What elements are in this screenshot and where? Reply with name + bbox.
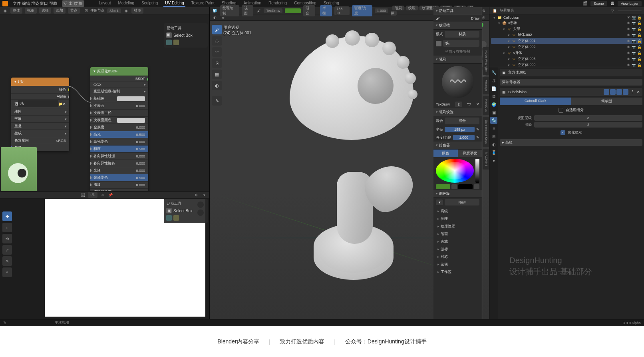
bsdf-高光染色[interactable]: 高光染色0.000 xyxy=(90,138,148,145)
select-box-icon[interactable]: ▣ xyxy=(166,32,172,38)
outliner-item-头部[interactable]: ▾▽头部👁📷🔒 xyxy=(491,26,642,32)
workspace-tab-sculpting[interactable]: Sculpting xyxy=(140,0,159,7)
image-open-icon[interactable]: 📁 xyxy=(58,102,63,106)
value-slider[interactable] xyxy=(475,159,479,183)
outliner-item-球体.002[interactable]: ▾▽球体.002👁📷🔒 xyxy=(491,32,642,38)
shader-mode[interactable]: 物体 xyxy=(10,8,22,14)
palette-browse[interactable]: ▾ xyxy=(436,199,443,205)
bsdf-金属度[interactable]: 金属度0.000 xyxy=(90,124,148,131)
workspace-tab-modeling[interactable]: Modeling xyxy=(117,0,136,7)
side-tab-node-wrangler[interactable]: Node Wrangler xyxy=(483,47,489,75)
props-tab-11[interactable]: ● xyxy=(490,157,497,164)
modifier-header[interactable]: ▦ Subdivision ⋮ ✕ xyxy=(500,88,642,96)
props-breadcrumb[interactable]: ▣ 立方体.001 xyxy=(500,69,642,76)
subdiv-simple-tab[interactable]: 简单型 xyxy=(571,98,643,105)
image-node-平展[interactable]: 平展 xyxy=(11,115,69,122)
secondary-color-swatch[interactable] xyxy=(458,184,473,189)
uv-select-box-icon[interactable]: ▣ xyxy=(166,208,172,213)
brush-preset-name[interactable]: TexDraw xyxy=(436,102,450,106)
uv-pin-icon[interactable]: 📌 xyxy=(108,192,113,198)
xray-icon[interactable]: ◈ xyxy=(220,15,226,20)
np-section-纹理[interactable]: 纹理 xyxy=(433,215,482,223)
view-menu[interactable]: 视图 xyxy=(242,5,254,16)
side-tab-arrange[interactable]: Arrange xyxy=(483,77,489,94)
bsdf-subsurf-method[interactable]: 克里斯坦森-伯利 xyxy=(90,88,148,95)
render-level-field[interactable]: 2 xyxy=(534,122,642,128)
bsdf-高光[interactable]: 高光0.500 xyxy=(90,131,148,138)
modifier-menu-icon[interactable]: ⋮ xyxy=(631,90,634,94)
side-tab-screencast-keys[interactable]: Screencast Keys xyxy=(483,117,489,147)
mod-show-render-icon[interactable] xyxy=(623,89,628,95)
filter-icon[interactable]: ▽ xyxy=(610,8,615,14)
image-node-重复[interactable]: 重复 xyxy=(11,122,69,130)
np-active-tool-header[interactable]: 活动工具 xyxy=(433,7,482,15)
workspace-tab-rendering[interactable]: Rendering xyxy=(267,0,288,7)
bsdf-基础色[interactable]: 基础色 xyxy=(90,95,148,102)
menu-渲染[interactable]: 渲染 xyxy=(31,1,39,6)
shader-view-menu[interactable]: 视图 xyxy=(25,8,37,14)
tool-annotate[interactable]: ✎ xyxy=(212,96,222,106)
outliner-item-立方体.001[interactable]: ▾▽立方体.001👁📷🔒 xyxy=(491,38,642,44)
tool-soften[interactable]: ◌ xyxy=(212,36,222,46)
picker-color-tab[interactable]: 颜色 xyxy=(433,150,458,157)
bsdf-次表面[interactable]: 次表面0.000 xyxy=(90,102,148,109)
pressure-radius-icon[interactable]: ✎ xyxy=(476,128,479,132)
tool-fill[interactable]: ▦ xyxy=(212,70,222,79)
props-tab-1[interactable]: 🖨 xyxy=(490,77,497,84)
bsdf-光泽染色[interactable]: 光泽染色0.500 xyxy=(90,174,148,181)
bsdf-各向异性过滤[interactable]: 各向异性过滤0.000 xyxy=(90,152,148,160)
add-modifier-btn[interactable]: 添加修改器 xyxy=(500,79,642,86)
uv-tool-sample[interactable]: ⌖ xyxy=(2,267,12,277)
menu-编辑[interactable]: 编辑 xyxy=(22,1,30,6)
picker-gradient-tab[interactable]: 梯度渐变 xyxy=(458,150,482,157)
menu-帮助[interactable]: 帮助 xyxy=(49,1,57,6)
subdiv-catmull-tab[interactable]: Catmull-Clark xyxy=(500,98,571,105)
outliner-item-Collection[interactable]: ▾📁Collection👁📷🔒 xyxy=(491,15,642,20)
outliner-search[interactable] xyxy=(618,10,642,11)
adaptive-checkbox[interactable] xyxy=(559,108,563,113)
image-node-线性[interactable]: 线性 xyxy=(11,108,69,115)
np-brush-settings-header[interactable]: 笔刷设置 xyxy=(433,108,482,116)
tool-icon-1[interactable] xyxy=(166,40,172,45)
np-radius-field[interactable]: 188 px xyxy=(445,127,475,132)
uv-image-name[interactable]: t头 xyxy=(88,192,97,198)
np-picker-header[interactable]: 拾色器 xyxy=(433,142,482,150)
color-wheel[interactable] xyxy=(436,159,474,183)
props-tab-8[interactable]: ⊞ xyxy=(490,133,497,140)
bsdf-distribution[interactable]: GGX xyxy=(90,82,148,88)
np-section-衰减[interactable]: 衰减 xyxy=(433,238,482,245)
brush-color-swatch[interactable] xyxy=(285,8,301,13)
outliner-item-x形象[interactable]: ▾📦x形象👁📷🔒 xyxy=(491,20,642,26)
np-texslot-header[interactable]: 纹理槽 xyxy=(433,22,482,30)
tool-icon-2[interactable] xyxy=(173,40,179,45)
shader-node-canvas[interactable]: ▾t 头 颜色 Alpha 🖼t头📁✕ 线性平展重复生成 色彩空间sRGB 矢量… xyxy=(0,14,209,191)
overlay-icon[interactable]: ◐ xyxy=(212,15,218,20)
outliner-item-立方体.002[interactable]: ▾▽立方体.002👁📷🔒 xyxy=(491,44,642,50)
tool-smear[interactable]: 〰 xyxy=(212,47,222,57)
outliner-item-立方体.003[interactable]: ▾▽立方体.003👁📷🔒 xyxy=(491,56,642,62)
outliner-item-立方体.009[interactable]: ▾▽立方体.009👁📷🔒 xyxy=(491,62,642,67)
uv-gear-icon[interactable]: ⚙ xyxy=(193,192,199,198)
brush-unlink-icon[interactable]: ✕ xyxy=(476,102,479,106)
colorspace-value[interactable]: sRGB xyxy=(56,139,66,143)
brush-name-field[interactable]: TexDraw xyxy=(264,8,282,13)
np-section-游标[interactable]: 游标 xyxy=(433,245,482,253)
np-section-工作区[interactable]: 工作区 xyxy=(433,268,482,276)
blend-mode[interactable]: 混合 xyxy=(303,5,315,16)
strength-field[interactable]: 1.000 xyxy=(375,8,389,13)
vp-menu-纹理[interactable]: 纹理 xyxy=(406,6,418,10)
principled-bsdf-node[interactable]: ▾原理化BSDF BSDF GGX 克里斯坦森-伯利 基础色次表面0.000次表… xyxy=(90,67,148,191)
uv-tool-scale[interactable]: ⤢ xyxy=(2,245,12,255)
props-tab-9[interactable]: ◐ xyxy=(490,141,497,148)
mod-show-viewport-icon[interactable] xyxy=(616,89,622,95)
props-tab-0[interactable]: 🔧 xyxy=(490,69,497,76)
palette-new-btn[interactable]: New xyxy=(445,199,479,205)
image-node-color-output[interactable]: 颜色 xyxy=(59,87,66,92)
props-tab-6[interactable]: 🔩 xyxy=(490,117,497,124)
bsdf-粗度[interactable]: 粗度0.500 xyxy=(90,145,148,152)
np-section-选项[interactable]: 选项 xyxy=(433,261,482,268)
side-tab-machin3[interactable]: MACHIN3 xyxy=(483,149,489,170)
tex-name-field[interactable]: t头 xyxy=(443,40,479,47)
np-strength-field[interactable]: 1.000 xyxy=(453,135,475,140)
outliner-item-s身体[interactable]: ▾▽s身体👁📷🔒 xyxy=(491,50,642,56)
